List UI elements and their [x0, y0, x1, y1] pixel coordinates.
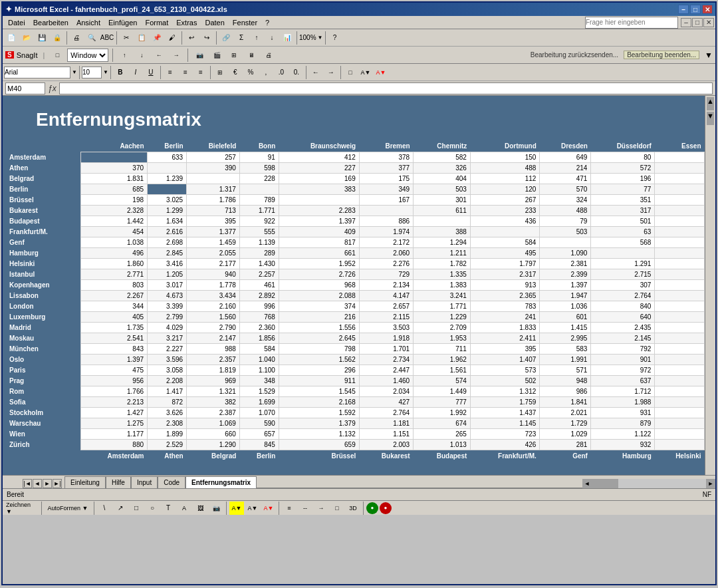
data-cell[interactable] — [470, 227, 540, 237]
data-cell[interactable]: 572 — [591, 163, 655, 174]
data-cell[interactable]: 2.276 — [359, 259, 413, 269]
data-cell[interactable]: 289 — [239, 248, 279, 259]
scroll-down-button[interactable]: ▼ — [707, 112, 714, 125]
data-cell[interactable]: 3.626 — [148, 408, 187, 418]
data-cell[interactable] — [655, 376, 705, 386]
data-cell[interactable]: 840 — [591, 301, 655, 312]
data-cell[interactable] — [279, 195, 359, 206]
snagit-btn9[interactable]: 🖨 — [261, 49, 276, 62]
line-button[interactable]: \ — [97, 502, 112, 515]
data-cell[interactable]: 1.397 — [80, 355, 147, 365]
data-cell[interactable] — [655, 259, 705, 269]
data-cell[interactable]: 2.115 — [359, 312, 413, 323]
data-cell[interactable]: 2.257 — [239, 269, 279, 280]
data-cell[interactable]: 3.399 — [148, 301, 187, 312]
data-cell[interactable]: 1.036 — [540, 301, 591, 312]
data-cell[interactable]: 2.715 — [591, 269, 655, 280]
data-cell[interactable]: 660 — [187, 429, 240, 440]
data-cell[interactable]: 583 — [540, 344, 591, 355]
data-cell[interactable]: 911 — [279, 376, 359, 386]
data-cell[interactable]: 1.841 — [540, 397, 591, 408]
data-cell[interactable]: 1.040 — [239, 355, 279, 365]
data-cell[interactable]: 1.312 — [470, 386, 540, 397]
data-cell[interactable]: 120 — [470, 184, 540, 195]
data-cell[interactable] — [540, 237, 591, 248]
data-cell[interactable]: 1.132 — [279, 429, 359, 440]
data-cell[interactable]: 412 — [279, 152, 359, 163]
data-cell[interactable]: 2.709 — [414, 323, 471, 333]
data-cell[interactable] — [655, 291, 705, 301]
data-cell[interactable]: 1.294 — [414, 237, 471, 248]
data-cell[interactable]: 956 — [80, 376, 147, 386]
data-cell[interactable] — [655, 301, 705, 312]
data-cell[interactable] — [655, 418, 705, 429]
data-cell[interactable]: 1.139 — [239, 237, 279, 248]
notify-send[interactable]: Bearbeitung zurückzsenden... — [528, 51, 621, 59]
data-cell[interactable]: 1.177 — [80, 429, 147, 440]
data-cell[interactable]: 2.657 — [359, 301, 413, 312]
data-cell[interactable]: 1.759 — [470, 397, 540, 408]
data-cell[interactable]: 571 — [540, 365, 591, 376]
shadow-button[interactable]: □ — [330, 502, 344, 515]
oval-button[interactable]: ○ — [145, 502, 160, 515]
arrow-style-button[interactable]: → — [314, 502, 328, 515]
data-cell[interactable]: 3.434 — [187, 291, 240, 301]
data-cell[interactable]: 1.437 — [470, 408, 540, 418]
data-cell[interactable] — [655, 184, 705, 195]
data-cell[interactable] — [655, 440, 705, 450]
data-cell[interactable]: 988 — [187, 344, 240, 355]
new-button[interactable]: 📄 — [4, 31, 19, 45]
data-cell[interactable]: 2.365 — [470, 291, 540, 301]
data-cell[interactable]: 1.383 — [414, 280, 471, 291]
data-cell[interactable]: 2.021 — [540, 408, 591, 418]
data-cell[interactable]: 377 — [359, 163, 413, 174]
data-cell[interactable]: 233 — [470, 206, 540, 216]
preview-button[interactable]: 🔍 — [84, 31, 99, 45]
data-cell[interactable]: 1.100 — [239, 365, 279, 376]
data-cell[interactable]: 112 — [470, 174, 540, 184]
data-cell[interactable]: 227 — [279, 163, 359, 174]
data-cell[interactable]: 2.645 — [279, 333, 359, 344]
data-cell[interactable]: 1.145 — [470, 418, 540, 429]
data-cell[interactable]: 2.172 — [359, 237, 413, 248]
data-cell[interactable]: 501 — [591, 216, 655, 227]
data-cell[interactable]: 503 — [540, 227, 591, 237]
data-cell[interactable]: 1.013 — [414, 440, 471, 450]
undo-button[interactable]: ↩ — [184, 31, 199, 45]
data-cell[interactable]: 4.029 — [148, 323, 187, 333]
data-cell[interactable]: 475 — [80, 365, 147, 376]
data-cell[interactable]: 968 — [279, 280, 359, 291]
data-cell[interactable]: 986 — [540, 386, 591, 397]
data-cell[interactable]: 568 — [591, 237, 655, 248]
data-cell[interactable]: 1.459 — [187, 237, 240, 248]
data-cell[interactable]: 1.766 — [80, 386, 147, 397]
menu-extras[interactable]: Extras — [172, 18, 201, 27]
data-cell[interactable]: 713 — [187, 206, 240, 216]
data-cell[interactable] — [655, 333, 705, 344]
textbox-button[interactable]: T — [161, 502, 176, 515]
snagit-btn6[interactable]: 🎬 — [209, 49, 224, 62]
data-cell[interactable]: 1.181 — [359, 418, 413, 429]
data-cell[interactable]: 872 — [148, 397, 187, 408]
data-cell[interactable]: 1.460 — [359, 376, 413, 386]
data-cell[interactable]: 1.545 — [279, 386, 359, 397]
close-button[interactable]: ✕ — [702, 5, 713, 14]
data-cell[interactable]: 228 — [239, 174, 279, 184]
data-cell[interactable]: 2.168 — [279, 397, 359, 408]
zoom-dropdown-icon[interactable]: ▼ — [318, 35, 323, 41]
data-cell[interactable]: 2.003 — [359, 440, 413, 450]
green-oval-button[interactable]: ● — [366, 502, 378, 514]
data-cell[interactable]: 659 — [279, 440, 359, 450]
data-cell[interactable]: 436 — [470, 216, 540, 227]
data-cell[interactable]: 1.831 — [80, 174, 147, 184]
data-cell[interactable]: 196 — [591, 174, 655, 184]
data-cell[interactable]: 783 — [470, 301, 540, 312]
data-cell[interactable] — [414, 216, 471, 227]
help-button[interactable]: ? — [328, 31, 342, 45]
paste-button[interactable]: 📌 — [150, 31, 164, 45]
data-cell[interactable]: 1.239 — [148, 174, 187, 184]
percent-button[interactable]: % — [243, 66, 258, 79]
data-cell[interactable]: 792 — [591, 344, 655, 355]
snagit-btn2[interactable]: ↓ — [134, 49, 149, 62]
menu-fenster[interactable]: Fenster — [229, 18, 261, 27]
